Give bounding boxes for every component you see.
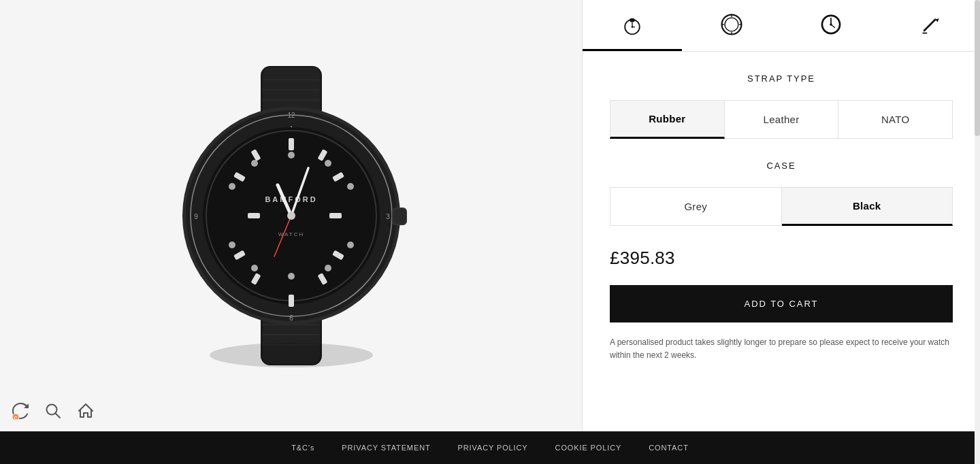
case-options: Grey Black	[610, 187, 953, 226]
refresh-icon[interactable]: C	[11, 401, 30, 420]
tab-clock[interactable]	[781, 0, 881, 51]
svg-rect-27	[329, 213, 342, 218]
svg-rect-26	[289, 138, 294, 150]
strap-type-section: STRAP TYPE Rubber Leather NATO CASE Grey…	[583, 52, 980, 384]
case-title: CASE	[610, 161, 953, 171]
watch-illustration: 12 3 6 9	[162, 52, 421, 379]
footer-cookie-policy-link[interactable]: COOKIE POLICY	[555, 444, 622, 452]
svg-point-38	[288, 152, 295, 159]
svg-point-45	[251, 265, 258, 271]
add-to-cart-button[interactable]: ADD TO CART	[610, 285, 953, 322]
engraving-icon	[918, 12, 943, 37]
home-icon[interactable]	[76, 401, 95, 420]
svg-point-66	[632, 26, 634, 28]
svg-text:9: 9	[194, 213, 198, 220]
bezel-icon	[719, 12, 744, 37]
svg-point-48	[251, 160, 258, 167]
tab-engraving[interactable]	[881, 0, 980, 51]
svg-text:6: 6	[289, 314, 293, 322]
configurator-panel: STRAP TYPE Rubber Leather NATO CASE Grey…	[582, 0, 980, 431]
footer: T&C's PRIVACY STATEMENT PRIVACY POLICY C…	[0, 431, 980, 464]
svg-point-43	[325, 265, 331, 271]
svg-point-40	[347, 183, 354, 190]
strap-type-title: STRAP TYPE	[610, 73, 953, 84]
svg-point-46	[229, 242, 235, 248]
footer-privacy-policy-link[interactable]: PRIVACY POLICY	[458, 444, 528, 452]
svg-rect-28	[289, 295, 294, 307]
bottom-toolbar: C	[11, 401, 95, 420]
zoom-icon[interactable]	[44, 401, 63, 420]
svg-rect-63	[630, 18, 634, 22]
svg-point-47	[229, 183, 235, 190]
svg-point-44	[288, 273, 295, 280]
svg-point-57	[210, 343, 373, 367]
footer-privacy-statement-link[interactable]: PRIVACY STATEMENT	[342, 444, 430, 452]
watch-face-icon	[620, 12, 644, 37]
svg-line-79	[924, 20, 935, 31]
strap-rubber-button[interactable]: Rubber	[610, 100, 725, 139]
svg-text:BAMFORD: BAMFORD	[265, 195, 317, 203]
scrollbar[interactable]	[975, 0, 980, 464]
svg-point-39	[325, 160, 331, 167]
disclaimer-text: A personalised product takes slightly lo…	[610, 336, 953, 362]
strap-nato-button[interactable]: NATO	[838, 100, 953, 139]
clock-icon	[819, 12, 843, 37]
svg-point-54	[287, 212, 295, 220]
case-black-button[interactable]: Black	[782, 187, 953, 226]
tab-bar	[583, 0, 980, 52]
tab-bezel[interactable]	[682, 0, 781, 51]
svg-point-78	[830, 23, 832, 26]
strap-leather-button[interactable]: Leather	[725, 100, 839, 139]
product-price: £395.83	[610, 248, 953, 269]
case-grey-button[interactable]: Grey	[610, 187, 782, 226]
svg-line-61	[56, 414, 61, 418]
svg-rect-56	[393, 209, 406, 224]
svg-text:C: C	[14, 416, 17, 420]
scroll-thumb[interactable]	[975, 0, 980, 136]
svg-point-68	[725, 18, 738, 31]
footer-tcs-link[interactable]: T&C's	[291, 444, 314, 452]
svg-rect-29	[248, 213, 260, 218]
svg-text:3: 3	[386, 213, 390, 220]
svg-text:12: 12	[287, 112, 295, 119]
footer-contact-link[interactable]: CONTACT	[649, 444, 689, 452]
strap-type-options: Rubber Leather NATO	[610, 100, 953, 139]
product-image-area: 12 3 6 9	[0, 0, 582, 431]
svg-point-42	[347, 242, 354, 248]
tab-watch-face[interactable]	[583, 0, 682, 51]
